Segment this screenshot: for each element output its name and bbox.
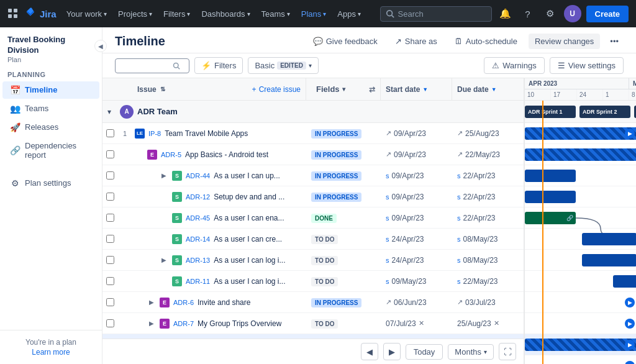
create-issue-button[interactable]: + Create issue [252, 85, 301, 94]
issue-key[interactable]: ADR-7 [173, 320, 194, 327]
view-settings-button[interactable]: ☰ View settings [550, 57, 624, 74]
grid-icon[interactable] [7, 8, 19, 19]
row-checkbox[interactable] [102, 277, 117, 285]
issue-key[interactable]: ADR-6 [173, 299, 194, 306]
edited-badge: EDITED [277, 61, 306, 70]
issue-key[interactable]: IP-8 [148, 130, 161, 137]
warnings-button[interactable]: ⚠ Warnings [484, 57, 544, 74]
sidebar-section-label: PLANNING [0, 66, 102, 81]
row-start: s09/Apr/23 [381, 214, 452, 222]
notifications-icon[interactable]: 🔔 [497, 5, 514, 22]
group-chevron: ▾ [107, 107, 116, 116]
sidebar-collapse-button[interactable]: ◀ [94, 40, 107, 52]
issue-key[interactable]: ADR-14 [186, 235, 210, 243]
share-as-button[interactable]: ↗ Share as [389, 34, 443, 49]
nav-arrow-right[interactable]: ▶ [625, 361, 635, 365]
nav-arrow-right[interactable]: ▶ [625, 298, 635, 307]
row-checkbox[interactable] [102, 256, 117, 264]
learn-more-link[interactable]: Learn more [7, 348, 94, 357]
gantt-bar-ip8[interactable] [525, 127, 636, 140]
gantt-weeks-header: 10 17 24 1 8 15 22 29 5 [525, 89, 636, 101]
create-button[interactable]: Create [586, 6, 629, 22]
sidebar-item-teams[interactable]: 👥 Teams [2, 100, 99, 117]
gantt-bar-adr11[interactable]: 🔗 [613, 275, 636, 288]
search-box[interactable]: Search [380, 6, 492, 22]
gantt-bar-adr45[interactable]: 🔗 [525, 212, 576, 224]
sidebar-item-timeline[interactable]: 📅 Timeline [2, 81, 99, 99]
fields-button[interactable]: Fields ▾ [311, 82, 350, 96]
share-as-label: Share as [405, 37, 437, 46]
issue-key[interactable]: ADR-12 [186, 193, 210, 201]
projects-nav[interactable]: Projects▾ [113, 7, 157, 21]
clear-icon: ✕ [494, 319, 499, 327]
nav-arrow-right[interactable]: ▶ [625, 319, 635, 329]
expand-button[interactable]: ▶ [160, 172, 168, 179]
give-feedback-button[interactable]: 💬 Give feedback [307, 34, 384, 49]
row-checkbox[interactable] [102, 319, 117, 327]
row-checkbox[interactable] [102, 235, 117, 243]
today-button[interactable]: Today [406, 344, 443, 360]
gantt-week-10: 10 [525, 89, 551, 100]
help-icon[interactable]: ? [519, 5, 537, 22]
toolbar: ⚡ Filters Basic EDITED ▾ ⚠ Warnings ☰ Vi… [102, 53, 636, 78]
teams-nav[interactable]: Teams▾ [257, 7, 295, 21]
jira-logo[interactable]: Jira [24, 7, 57, 20]
row-checkbox[interactable] [102, 298, 117, 306]
next-button[interactable]: ▶ [383, 343, 401, 360]
issue-key[interactable]: ADR-45 [186, 214, 210, 222]
gantt-bar-adr13[interactable] [582, 254, 636, 266]
gantt-row [525, 165, 636, 186]
apps-nav[interactable]: Apps▾ [332, 7, 366, 21]
basic-button[interactable]: Basic EDITED ▾ [248, 57, 318, 74]
filters-button[interactable]: ⚡ Filters [194, 57, 243, 74]
expand-button[interactable]: ▶ [147, 299, 156, 306]
filters-nav[interactable]: Filters▾ [158, 7, 195, 21]
search-input-box[interactable] [115, 58, 189, 73]
row-checkbox[interactable] [102, 129, 117, 137]
gantt-bar-adr44[interactable] [525, 170, 576, 182]
chevron-down-icon: ▾ [342, 86, 345, 93]
auto-schedule-button[interactable]: 🗓 Auto-schedule [448, 34, 524, 49]
search-input[interactable] [120, 61, 170, 70]
gantt-bar-ip7[interactable] [525, 339, 636, 351]
issue-key[interactable]: ADR-5 [161, 151, 181, 158]
row-checkbox[interactable] [102, 150, 117, 158]
gantt-bar-adr12[interactable] [525, 191, 576, 203]
issue-type-icon: S [172, 213, 182, 223]
row-checkbox[interactable] [102, 171, 117, 180]
view-settings-label: View settings [568, 61, 616, 70]
gantt-bar-adr5[interactable] [525, 148, 636, 161]
group-header-adr[interactable]: ▾ A ADR Team [102, 101, 524, 123]
issue-key[interactable]: ADR-11 [186, 278, 210, 285]
project-name: Travel Booking Division [7, 35, 94, 56]
sidebar-item-dependencies[interactable]: 🔗 Dependencies report [2, 137, 99, 163]
plans-nav[interactable]: Plans▾ [296, 7, 332, 21]
table-row: S ADR-12 Setup dev and and ... IN PROGRE… [102, 186, 524, 207]
nav-arrow-right[interactable]: ▶ [625, 340, 635, 350]
gantt-bar-adr14[interactable] [582, 233, 636, 245]
row-checkbox[interactable] [102, 193, 117, 201]
dashboards-nav[interactable]: Dashboards▾ [196, 7, 255, 21]
months-button[interactable]: Months ▾ [448, 344, 494, 360]
more-options-button[interactable]: ••• [605, 34, 624, 49]
row-issue: ▶ S ADR-13 As a user I can log i... [132, 255, 306, 265]
table-header: Issue ⇅ + Create issue Fields ▾ [102, 78, 524, 101]
row-issue: E ADR-5 App Basics - Android test [132, 150, 306, 160]
row-status: TO DO [306, 319, 381, 329]
sidebar-item-plan-settings[interactable]: ⚙ Plan settings [2, 175, 99, 192]
settings-icon[interactable]: ⚙ [542, 5, 559, 22]
expand-button[interactable]: ▶ [147, 320, 156, 327]
expand-button[interactable]: ▶ [160, 257, 168, 263]
review-changes-button[interactable]: Review changes [529, 34, 600, 49]
prev-button[interactable]: ◀ [361, 343, 378, 360]
your-work-nav[interactable]: Your work▾ [61, 7, 112, 21]
user-avatar[interactable]: U [564, 5, 581, 22]
sidebar-item-releases[interactable]: 🚀 Releases [2, 119, 99, 136]
issue-summary: Invite and share [198, 298, 250, 307]
start-sort-icon: ▼ [422, 86, 428, 93]
row-checkbox[interactable] [102, 214, 117, 222]
issue-key[interactable]: ADR-44 [186, 172, 210, 180]
fullscreen-button[interactable]: ⛶ [499, 343, 516, 360]
nav-arrow-right[interactable]: ▶ [625, 129, 635, 139]
issue-key[interactable]: ADR-13 [186, 257, 210, 264]
